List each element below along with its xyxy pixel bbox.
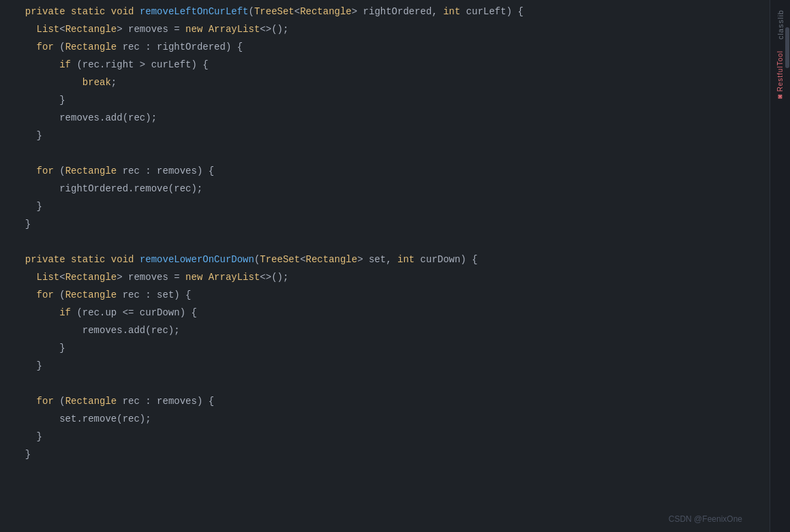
code-token: } (14, 343, 65, 354)
code-line: } (0, 431, 770, 448)
line-content: } (0, 95, 65, 106)
code-token (14, 24, 37, 35)
code-token (202, 272, 208, 283)
code-line: List<Rectangle> removes = new ArrayList<… (0, 271, 770, 289)
code-token: rec : set) { (117, 290, 191, 300)
code-token: } (14, 201, 42, 212)
line-content (0, 148, 19, 159)
code-token: ; (283, 24, 288, 35)
code-token: > (117, 272, 122, 283)
classlib-label: classlib (776, 10, 785, 40)
code-line: set.remove(rec); (0, 413, 770, 431)
code-token (14, 254, 25, 265)
code-line: removes.add(rec); (0, 112, 770, 129)
code-token: curLeft) { (460, 6, 523, 17)
line-content: } (0, 219, 31, 230)
line-content: } (0, 431, 42, 442)
code-line: private static void removeLowerOnCurDown… (0, 253, 770, 271)
code-token (14, 42, 37, 52)
scrollbar-thumb[interactable] (785, 27, 789, 68)
code-token: curDown) { (414, 254, 477, 265)
code-token: <>() (260, 272, 283, 283)
code-line: removes.add(rec); (0, 324, 770, 342)
code-token: removes = (123, 24, 185, 35)
code-token: TreeSet (260, 254, 300, 265)
line-content: set.remove(rec); (0, 413, 151, 424)
code-token: private (25, 6, 65, 17)
code-token: TreeSet (254, 6, 294, 17)
code-token: removeLeftOnCurLeft (140, 6, 249, 17)
code-token (14, 6, 25, 17)
code-line: for (Rectangle rec : set) { (0, 289, 770, 307)
code-token: void (111, 6, 134, 17)
code-line: private static void removeLeftOnCurLeft(… (0, 5, 770, 23)
code-token: } (14, 219, 31, 230)
code-token: new (185, 272, 202, 283)
line-content: } (0, 130, 42, 141)
code-token: int (397, 254, 414, 265)
code-token: removes.add(rec); (14, 112, 157, 123)
code-token: rec : removes) { (117, 396, 214, 407)
line-content: for (Rectangle rec : set) { (0, 290, 191, 300)
code-token (14, 396, 37, 407)
code-token: ArrayList (209, 272, 260, 283)
code-token (14, 272, 37, 283)
code-token: ( (54, 42, 65, 52)
code-line: break; (0, 76, 770, 94)
code-token: ( (54, 166, 65, 176)
code-token: > (117, 24, 122, 35)
code-token: Rectangle (65, 290, 117, 300)
code-token: Rectangle (306, 254, 358, 265)
code-token (65, 6, 71, 17)
code-token: } (14, 449, 31, 460)
code-token: rightOrdered.remove(rec); (14, 183, 202, 194)
line-content: List<Rectangle> removes = new ArrayList<… (0, 272, 288, 283)
code-token: } (14, 95, 65, 106)
code-token: < (59, 24, 65, 35)
code-token: static (71, 6, 105, 17)
code-line: } (0, 342, 770, 360)
code-token: for (37, 396, 54, 407)
code-token: void (111, 254, 134, 265)
code-line: if (rec.right > curLeft) { (0, 59, 770, 76)
code-token: < (59, 272, 65, 283)
code-token: if (59, 59, 71, 70)
code-line: for (Rectangle rec : rightOrdered) { (0, 41, 770, 59)
code-token: ; (111, 77, 117, 88)
code-token: ( (54, 290, 65, 300)
restful-label: ◙ RestfulTool (776, 50, 784, 101)
code-line: List<Rectangle> removes = new ArrayList<… (0, 23, 770, 41)
code-line: } (0, 360, 770, 377)
code-token: Rectangle (65, 166, 117, 176)
code-token: (rec.up <= curDown) { (71, 307, 197, 318)
code-token (14, 166, 37, 176)
code-token: } (14, 431, 42, 442)
code-line (0, 147, 770, 165)
code-token (134, 254, 139, 265)
code-token: < (300, 254, 305, 265)
code-token: break (82, 77, 111, 88)
code-token (202, 24, 208, 35)
code-line: } (0, 94, 770, 112)
code-token: ArrayList (209, 24, 260, 35)
code-token (105, 6, 110, 17)
code-line: for (Rectangle rec : removes) { (0, 395, 770, 413)
code-token (14, 290, 37, 300)
line-content: } (0, 449, 31, 460)
code-token (14, 59, 59, 70)
line-content: break; (0, 77, 117, 88)
code-token: for (37, 290, 54, 300)
scrollbar-track[interactable] (785, 0, 790, 532)
code-token: List (37, 272, 60, 283)
code-line: } (0, 129, 770, 147)
code-line (0, 236, 770, 253)
code-line: for (Rectangle rec : removes) { (0, 165, 770, 183)
code-editor: private static void removeLeftOnCurLeft(… (0, 0, 770, 532)
code-token: Rectangle (300, 6, 352, 17)
code-token: ( (54, 396, 65, 407)
code-token: private (25, 254, 65, 265)
right-sidebar: classlib ◙ RestfulTool (770, 0, 790, 532)
line-content: List<Rectangle> removes = new ArrayList<… (0, 24, 288, 35)
code-token: Rectangle (65, 396, 117, 407)
code-token: set, (363, 254, 397, 265)
